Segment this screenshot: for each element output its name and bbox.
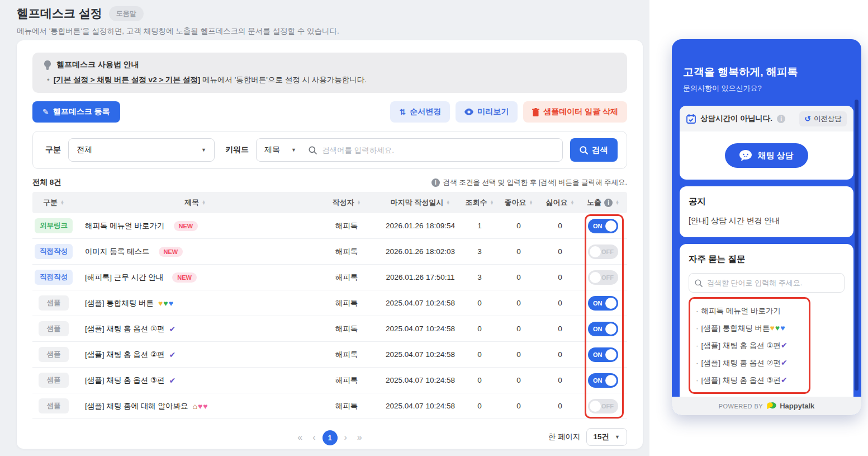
document-title: [해피톡] 근무 시간 안내	[85, 272, 163, 283]
faq-item[interactable]: ·[샘플] 채팅 홈 옵션 ①편✔	[696, 337, 803, 354]
category-filter-label: 구분	[45, 145, 61, 155]
per-page-select[interactable]: 15건 ▼	[586, 428, 627, 446]
document-title-cell[interactable]: [샘플] 채팅 홈 옵션 ①편 ✔	[75, 324, 315, 334]
exposure-toggle[interactable]: ON	[588, 373, 618, 388]
bullet-dot: ·	[696, 324, 699, 332]
preview-button[interactable]: 미리보기	[456, 101, 518, 123]
document-title-cell[interactable]: 해피톡 메뉴얼 바로가기 NEW	[75, 221, 315, 231]
document-title: 이미지 등록 테스트	[85, 247, 150, 257]
table-row[interactable]: 직접작성 이미지 등록 테스트 NEW 해피톡 2026.01.26 18:02…	[32, 239, 627, 265]
reorder-button[interactable]: ⇅ 순서변경	[390, 101, 450, 123]
pencil-icon: ✎	[42, 108, 49, 116]
category-badge: 샘플	[39, 295, 69, 311]
home-icon: ⌂	[193, 402, 198, 411]
keyword-field-select[interactable]: 제목 ▼	[257, 145, 304, 155]
category-badge: 직접작성	[35, 270, 73, 285]
settings-path-link[interactable]: [기본 설정 > 채팅 버튼 설정 v2 > 기본 설정]	[54, 76, 201, 84]
faq-list-highlight-box: ·해피톡 메뉴얼 바로가기·[샘플] 통합채팅 버튼♥♥♥·[샘플] 채팅 홈 …	[689, 297, 810, 394]
heart-yellow-icon: ♥	[158, 299, 163, 308]
sort-icon: ▲▼	[529, 200, 533, 205]
col-header-category[interactable]: 구분▲▼	[32, 198, 75, 208]
notice-item[interactable]: [안내] 상담 시간 변경 안내	[689, 216, 845, 226]
document-title: [샘플] 채팅 홈 옵션 ③편	[85, 375, 165, 386]
powered-by-label: POWERED BY	[719, 403, 763, 410]
info-box-title: 헬프데스크 사용법 안내	[56, 60, 139, 70]
delete-sample-data-button[interactable]: 샘플데이터 일괄 삭제	[523, 101, 627, 123]
first-page-button[interactable]: «	[294, 433, 306, 443]
faq-item[interactable]: ·해피톡 메뉴얼 바로가기	[696, 302, 803, 319]
table-row[interactable]: 샘플 [샘플] 채팅 홈 옵션 ③편 ✔ 해피톡 2025.04.07 10:2…	[32, 368, 627, 393]
col-header-likes[interactable]: 좋아요▲▼	[496, 198, 541, 208]
col-header-exposed[interactable]: 노출i▲▼	[579, 198, 627, 208]
table-row[interactable]: 외부링크 해피톡 메뉴얼 바로가기 NEW 해피톡 2026.01.26 18:…	[32, 213, 627, 239]
views-cell: 0	[463, 402, 496, 410]
widget-title: 고객을 행복하게, 해피톡	[683, 65, 850, 79]
new-badge: NEW	[174, 221, 198, 231]
document-title-cell[interactable]: [샘플] 채팅 홈 옵션 ②편 ✔	[75, 350, 315, 360]
exposure-toggle[interactable]: ON	[588, 219, 618, 233]
document-title-cell[interactable]: [샘플] 채팅 홈 옵션 ③편 ✔	[75, 375, 315, 386]
exposure-toggle[interactable]: ON	[588, 347, 618, 362]
register-helpdesk-button[interactable]: ✎ 헬프데스크 등록	[32, 101, 120, 123]
new-badge: NEW	[172, 272, 197, 283]
search-button[interactable]: 검색	[570, 138, 618, 162]
dislikes-cell: 0	[541, 247, 579, 256]
faq-item[interactable]: ·[샘플] 채팅 홈 옵션 ③편✔	[696, 372, 803, 389]
last-page-button[interactable]: »	[354, 433, 366, 443]
heart-blue-icon: ♥	[169, 299, 174, 308]
date-cell: 2026.01.26 17:50:11	[378, 273, 463, 281]
document-title-cell[interactable]: [샘플] 채팅 홈에 대해 알아봐요 ⌂♥♥	[75, 401, 315, 411]
faq-search-input[interactable]	[707, 279, 838, 287]
next-page-button[interactable]: ›	[341, 433, 350, 443]
previous-consult-button[interactable]: ↺ 이전상담	[799, 111, 847, 126]
date-cell: 2026.01.26 18:02:03	[378, 247, 463, 256]
table-row[interactable]: 샘플 [샘플] 채팅 홈 옵션 ②편 ✔ 해피톡 2025.04.07 10:2…	[32, 342, 627, 368]
exposure-toggle[interactable]: OFF	[588, 270, 618, 285]
brand-name: Happytalk	[780, 402, 814, 410]
search-input[interactable]	[322, 146, 558, 154]
happytalk-logo-icon	[766, 402, 776, 410]
views-cell: 0	[463, 325, 496, 333]
faq-item[interactable]: ·[샘플] 채팅 홈 옵션 ②편✔	[696, 354, 803, 372]
views-cell: 0	[463, 350, 496, 359]
sort-icon: ▲▼	[615, 200, 619, 205]
category-badge: 샘플	[39, 321, 69, 336]
document-title-cell[interactable]: [샘플] 통합채팅 버튼 ♥♥♥	[75, 298, 315, 308]
check-purple-icon: ✔	[169, 376, 177, 385]
author-cell: 해피톡	[315, 350, 378, 360]
faq-title: 자주 묻는 질문	[689, 253, 845, 265]
document-title-cell[interactable]: [해피톡] 근무 시간 안내 NEW	[75, 272, 315, 283]
author-cell: 해피톡	[315, 298, 378, 308]
history-icon: ↺	[804, 114, 811, 123]
filter-bar: 구분 전체 ▼ 키워드 제목 ▼ 검색	[32, 131, 627, 169]
author-cell: 해피톡	[315, 247, 378, 257]
exposure-toggle[interactable]: ON	[588, 296, 618, 311]
table-row[interactable]: 샘플 [샘플] 채팅 홈에 대해 알아봐요 ⌂♥♥ 해피톡 2025.04.07…	[32, 393, 627, 419]
table-row[interactable]: 직접작성 [해피톡] 근무 시간 안내 NEW 해피톡 2026.01.26 1…	[32, 265, 627, 290]
widget-subtitle: 문의사항이 있으신가요?	[683, 83, 850, 93]
two-hearts-icon: ♥♥	[198, 402, 208, 411]
col-header-dislikes[interactable]: 싫어요▲▼	[541, 198, 579, 208]
widget-scrollbar[interactable]	[855, 100, 858, 391]
col-header-title[interactable]: 제목▲▼	[75, 198, 315, 208]
category-select[interactable]: 전체 ▼	[68, 138, 215, 162]
prev-page-button[interactable]: ‹	[309, 433, 319, 443]
info-icon[interactable]: i	[777, 115, 785, 123]
help-badge[interactable]: 도움말	[109, 6, 144, 21]
faq-item[interactable]: ·[샘플] 통합채팅 버튼♥♥♥	[696, 319, 803, 337]
exposure-toggle[interactable]: ON	[588, 322, 618, 336]
date-cell: 2025.04.07 10:24:58	[378, 299, 463, 307]
col-header-views[interactable]: 조회수▲▼	[463, 198, 496, 208]
likes-cell: 0	[496, 402, 541, 410]
col-header-author[interactable]: 작성자▲▼	[315, 198, 378, 208]
col-header-date[interactable]: 마지막 작성일시▲▼	[378, 198, 463, 208]
chat-consult-button[interactable]: 채팅 상담	[725, 143, 808, 168]
table-row[interactable]: 샘플 [샘플] 통합채팅 버튼 ♥♥♥ 해피톡 2025.04.07 10:24…	[32, 290, 627, 316]
table-row[interactable]: 샘플 [샘플] 채팅 홈 옵션 ①편 ✔ 해피톡 2025.04.07 10:2…	[32, 316, 627, 342]
exposure-toggle[interactable]: OFF	[588, 245, 618, 259]
document-title-cell[interactable]: 이미지 등록 테스트 NEW	[75, 247, 315, 257]
category-badge: 샘플	[39, 398, 69, 413]
current-page-button[interactable]: 1	[322, 430, 338, 445]
exposure-toggle[interactable]: OFF	[588, 399, 618, 413]
date-cell: 2025.04.07 10:24:58	[378, 350, 463, 359]
